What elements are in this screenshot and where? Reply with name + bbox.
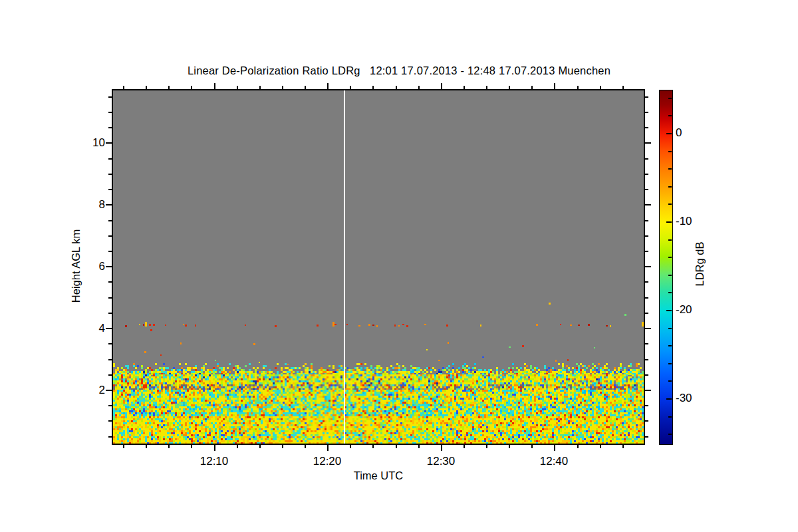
tick-mark — [645, 420, 648, 422]
tick-mark — [645, 158, 648, 160]
colorbar-tick-mark — [668, 434, 672, 435]
colorbar-tick-label: -10 — [676, 215, 692, 228]
x-tick-label: 12:40 — [524, 455, 584, 468]
tick-mark — [486, 86, 487, 89]
tick-mark — [645, 235, 648, 237]
colorbar-tick-mark — [666, 133, 672, 134]
tick-mark — [622, 86, 624, 89]
tick-mark — [108, 374, 112, 376]
tick-mark — [645, 328, 651, 329]
x-axis-title: Time UTC — [354, 469, 404, 482]
tick-mark — [282, 86, 283, 89]
tick-mark — [622, 445, 624, 448]
y-tick-label: 8 — [66, 198, 105, 211]
tick-mark — [108, 313, 112, 314]
colorbar-tick-label: -20 — [676, 303, 692, 317]
tick-mark — [106, 390, 112, 391]
colorbar — [659, 90, 673, 445]
tick-mark — [106, 204, 112, 205]
heatmap-canvas — [113, 90, 644, 444]
x-tick-label: 12:30 — [411, 455, 471, 468]
tick-mark — [645, 405, 648, 406]
tick-mark — [577, 86, 579, 89]
tick-mark — [645, 436, 648, 438]
colorbar-tick-mark — [668, 328, 672, 329]
tick-mark — [282, 445, 283, 448]
tick-mark — [372, 445, 374, 448]
colorbar-tick-label: 0 — [676, 126, 682, 140]
tick-mark — [396, 445, 397, 448]
colorbar-tick-mark — [668, 416, 672, 418]
tick-mark — [108, 343, 112, 344]
tick-mark — [108, 189, 112, 190]
tick-mark — [146, 86, 147, 89]
colorbar-tick-mark — [668, 345, 672, 346]
tick-mark — [441, 83, 442, 89]
colorbar-tick-mark — [668, 257, 672, 258]
x-tick-label: 12:10 — [184, 455, 244, 468]
tick-mark — [600, 86, 601, 89]
tick-mark — [123, 86, 124, 89]
tick-mark — [108, 281, 112, 283]
tick-mark — [645, 297, 648, 299]
tick-mark — [645, 112, 648, 113]
tick-mark — [577, 445, 579, 448]
colorbar-title: LDRg dB — [694, 242, 706, 287]
tick-mark — [350, 86, 351, 89]
tick-mark — [396, 86, 397, 89]
tick-mark — [509, 86, 510, 89]
tick-mark — [168, 445, 170, 448]
tick-mark — [645, 96, 648, 98]
colorbar-tick-label: -30 — [676, 392, 692, 405]
tick-mark — [645, 174, 648, 175]
colorbar-tick-mark — [668, 292, 672, 293]
tick-mark — [645, 343, 648, 344]
colorbar-tick-mark — [668, 203, 672, 205]
tick-mark — [645, 266, 651, 267]
tick-mark — [645, 189, 648, 190]
colorbar-tick-mark — [668, 98, 672, 99]
colorbar-tick-mark — [668, 115, 672, 116]
colorbar-tick-mark — [666, 398, 672, 400]
tick-mark — [108, 359, 112, 360]
tick-mark — [645, 281, 648, 283]
tick-mark — [486, 445, 487, 448]
tick-mark — [554, 445, 555, 451]
tick-mark — [645, 374, 648, 376]
tick-mark — [108, 235, 112, 237]
y-tick-label: 10 — [66, 136, 105, 150]
tick-mark — [108, 158, 112, 160]
tick-mark — [214, 83, 215, 89]
tick-mark — [464, 86, 465, 89]
tick-mark — [645, 142, 651, 144]
tick-mark — [108, 405, 112, 406]
ldr-time-height-chart: Linear De-Polarization Ratio LDRg 12:01 … — [0, 0, 798, 532]
tick-mark — [108, 112, 112, 113]
chart-title: Linear De-Polarization Ratio LDRg 12:01 … — [0, 65, 798, 77]
tick-mark — [214, 445, 215, 451]
tick-mark — [123, 445, 124, 448]
tick-mark — [305, 86, 306, 89]
colorbar-tick-mark — [668, 275, 672, 276]
tick-mark — [441, 445, 442, 451]
tick-mark — [108, 127, 112, 128]
tick-mark — [259, 86, 261, 89]
tick-mark — [372, 86, 374, 89]
tick-mark — [464, 445, 465, 448]
tick-mark — [418, 445, 420, 448]
tick-mark — [108, 420, 112, 422]
tick-mark — [418, 86, 420, 89]
tick-mark — [645, 313, 648, 314]
colorbar-tick-mark — [668, 186, 672, 188]
y-axis-title: Height AGL km — [70, 229, 82, 303]
colorbar-tick-mark — [668, 239, 672, 241]
tick-mark — [600, 445, 601, 448]
tick-mark — [237, 445, 238, 448]
colorbar-tick-mark — [668, 380, 672, 382]
tick-mark — [645, 359, 648, 360]
tick-mark — [106, 328, 112, 329]
tick-mark — [509, 445, 510, 448]
colorbar-tick-mark — [668, 168, 672, 170]
tick-mark — [108, 436, 112, 438]
tick-mark — [191, 445, 192, 448]
